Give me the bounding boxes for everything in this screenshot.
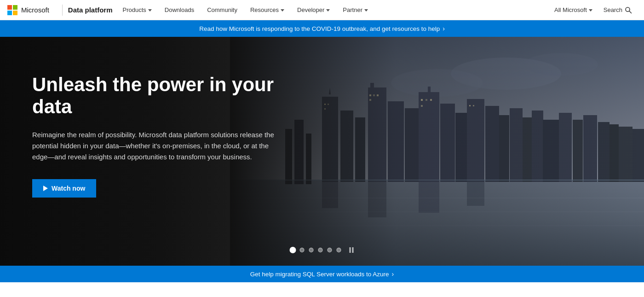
search-button[interactable]: Search	[599, 6, 637, 14]
all-microsoft-menu[interactable]: All Microsoft	[550, 0, 597, 20]
hero-section: Unleash the power in your data Reimagine…	[0, 37, 644, 266]
ms-logo-grid	[7, 5, 17, 15]
nav-products[interactable]: Products	[116, 0, 158, 20]
carousel-dot-4[interactable]	[318, 248, 323, 252]
carousel-controls	[291, 247, 354, 253]
nav-divider	[62, 5, 63, 16]
covid-alert-banner[interactable]: Read how Microsoft is responding to the …	[0, 20, 644, 37]
nav-community[interactable]: Community	[201, 0, 244, 20]
carousel-dot-3[interactable]	[309, 248, 314, 252]
carousel-dot-6[interactable]	[337, 248, 341, 252]
pause-bar-left	[350, 247, 351, 253]
hero-description: Reimagine the realm of possibility. Micr…	[32, 129, 281, 163]
chevron-down-icon	[326, 9, 330, 12]
nav-links: Products Downloads Community Resources D…	[116, 0, 550, 20]
navbar-right: All Microsoft Search	[550, 0, 637, 20]
svg-line-1	[629, 11, 632, 13]
alert-arrow-icon: ›	[443, 25, 445, 32]
carousel-pause-button[interactable]	[350, 247, 354, 253]
watch-now-button[interactable]: Watch now	[32, 179, 96, 198]
nav-developer[interactable]: Developer	[291, 0, 336, 20]
pause-bar-right	[352, 247, 354, 253]
hero-title: Unleash the power in your data	[32, 74, 281, 118]
play-icon	[43, 186, 48, 191]
nav-downloads[interactable]: Downloads	[158, 0, 201, 20]
brand-name: Microsoft	[21, 6, 49, 14]
nav-partner[interactable]: Partner	[336, 0, 374, 20]
nav-resources[interactable]: Resources	[244, 0, 291, 20]
bottom-arrow-icon: ›	[392, 270, 394, 278]
hero-content: Unleash the power in your data Reimagine…	[0, 37, 313, 234]
carousel-dot-5[interactable]	[328, 248, 332, 252]
carousel-dot-2[interactable]	[300, 248, 305, 252]
chevron-down-icon	[589, 9, 592, 12]
bottom-migration-banner[interactable]: Get help migrating SQL Server workloads …	[0, 266, 644, 282]
chevron-down-icon	[364, 9, 368, 12]
chevron-down-icon	[148, 9, 152, 12]
search-icon	[625, 6, 632, 14]
navbar: Microsoft Data platform Products Downloa…	[0, 0, 644, 20]
section-title: Data platform	[68, 6, 113, 14]
microsoft-logo[interactable]: Microsoft	[7, 5, 49, 15]
chevron-down-icon	[281, 9, 284, 12]
carousel-dot-1[interactable]	[291, 248, 295, 252]
